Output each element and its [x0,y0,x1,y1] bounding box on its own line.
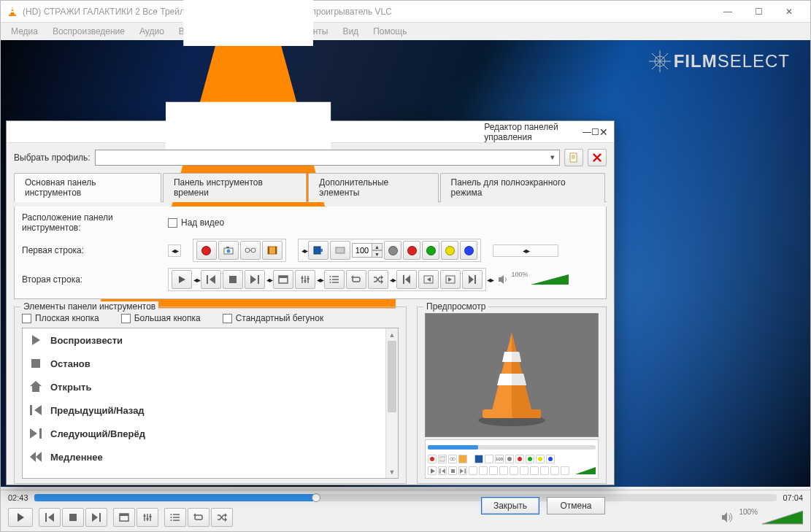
spin-down[interactable]: ▼ [372,250,383,258]
close-button[interactable]: ✕ [774,2,804,21]
svg-rect-68 [451,469,455,473]
toolbar-editor-dialog: Редактор панелей управления — ☐ ✕ Выбрат… [6,120,615,485]
step-fwd-button[interactable] [440,270,461,289]
dialog-close-button[interactable]: ✕ [599,126,608,138]
elements-list[interactable]: Воспроизвести Останов Открыть Предыдущий… [22,328,399,479]
expand-icon[interactable]: ◂•▸ [172,247,177,255]
svg-point-35 [245,248,250,252]
elements-legend: Элементы панели инструментов [20,301,158,312]
dialog-minimize-button[interactable]: — [583,127,591,137]
row2-label: Вторая строка: [22,274,161,285]
flat-button-checkbox[interactable]: Плоская кнопка [22,313,99,323]
list-item: Останов [23,352,398,375]
skip-back-button[interactable] [396,270,417,289]
dialog-titlebar[interactable]: Редактор панелей управления — ☐ ✕ [7,121,614,143]
spin-up[interactable]: ▲ [372,243,383,250]
stop-button[interactable] [223,270,243,289]
svg-rect-39 [268,247,269,254]
dot-yellow[interactable] [441,241,458,260]
speed-spinbox[interactable]: ▲▼ [352,242,383,258]
ext-settings-button[interactable] [295,270,315,289]
play-button[interactable] [172,270,192,289]
expand-icon[interactable]: ◂•▸ [523,247,529,255]
delete-profile-button[interactable] [588,149,607,166]
watermark-film: FILM [674,51,718,71]
svg-rect-40 [275,247,277,254]
dot-blue[interactable] [460,241,477,260]
std-slider-label: Стандартный бегунок [236,313,324,323]
playlist-button[interactable] [324,270,345,289]
volume-percent: 100% [739,508,758,516]
close-dialog-button[interactable]: Закрыть [481,497,539,514]
frame-button[interactable] [262,241,282,260]
svg-rect-51 [304,280,307,282]
list-item: Открыть [23,375,398,398]
elements-scrollbar[interactable]: ▲▼ [385,328,398,478]
tab-advanced[interactable]: Дополнительные элементы [308,173,438,202]
vlc-cone-large-icon [468,325,556,428]
preview-group: Предпросмотр [417,307,607,484]
tele-wide-button[interactable] [308,241,328,260]
svg-rect-46 [279,276,288,278]
above-video-label: Над видео [181,217,224,228]
scroll-up[interactable]: ▲ [386,328,398,341]
expand-icon[interactable]: ◂•▸ [487,276,493,284]
tab-time-toolbar[interactable]: Панель инструментов времени [163,173,307,202]
expand-icon[interactable]: ◂•▸ [301,247,307,255]
speaker-icon[interactable] [721,512,734,523]
expand-icon[interactable]: ◂•▸ [390,276,396,284]
dot-green[interactable] [422,241,439,260]
speaker-icon[interactable] [498,274,510,285]
random-button[interactable] [368,270,388,289]
list-item: Предыдущий/Назад [23,398,398,422]
dot-red[interactable] [403,241,420,260]
step-back-button[interactable] [418,270,439,289]
new-profile-button[interactable] [564,149,583,166]
prev-button[interactable] [201,270,221,289]
location-label: Расположение панели инструментов: [22,212,161,233]
cancel-button[interactable]: Отмена [547,497,605,514]
std-slider-checkbox[interactable]: Стандартный бегунок [223,313,324,323]
profile-label: Выбрать профиль: [14,153,91,163]
expand-icon[interactable]: ◂•▸ [193,276,199,284]
preview-legend: Предпросмотр [423,301,488,312]
atob-loop-button[interactable] [240,241,261,260]
svg-rect-61 [31,359,40,368]
expand-icon[interactable]: ◂•▸ [266,276,272,284]
svg-point-56 [329,276,331,277]
list-item: Медленнее [23,445,398,469]
expand-icon[interactable]: ◂•▸ [317,276,323,284]
profile-select[interactable] [95,150,560,166]
svg-rect-24 [183,0,313,46]
svg-rect-64 [512,409,541,418]
svg-point-58 [329,282,331,283]
record-button[interactable] [196,241,217,260]
maximize-button[interactable]: ☐ [743,2,774,21]
flat-button-label: Плоская кнопка [35,313,99,323]
speed-input[interactable] [352,243,372,258]
volume-slider[interactable] [762,509,803,525]
tab-main-toolbar[interactable]: Основная панель инструментов [14,173,161,202]
big-button-checkbox[interactable]: Большая кнопка [121,313,201,323]
minimize-button[interactable]: — [712,2,743,21]
row1-label: Первая строка: [22,245,161,255]
skip-fwd-button[interactable] [462,270,483,289]
row2-volume-slider[interactable] [531,273,569,286]
row1-toolbar[interactable]: ◂•▸ ◂•▸ ▲▼ [168,239,599,262]
loop-button[interactable] [346,270,366,289]
watermark-select: SELECT [718,51,790,71]
row2-toolbar[interactable]: ◂•▸ ◂•▸ ◂•▸ ◂•▸ [168,268,599,291]
scroll-down[interactable]: ▼ [386,466,398,478]
next-button[interactable] [245,270,265,289]
above-video-checkbox[interactable]: Над видео [168,217,224,228]
svg-point-33 [226,250,230,253]
svg-rect-50 [301,277,304,279]
svg-rect-43 [336,247,345,253]
dialog-maximize-button[interactable]: ☐ [591,127,599,137]
snapshot-button[interactable] [218,241,239,260]
tab-fullscreen[interactable]: Панель для полноэкранного режима [440,173,606,202]
aspect-button[interactable] [330,241,350,260]
fullscreen-button[interactable] [273,270,293,289]
dot-gray[interactable] [384,241,401,260]
svg-rect-65 [439,457,445,461]
